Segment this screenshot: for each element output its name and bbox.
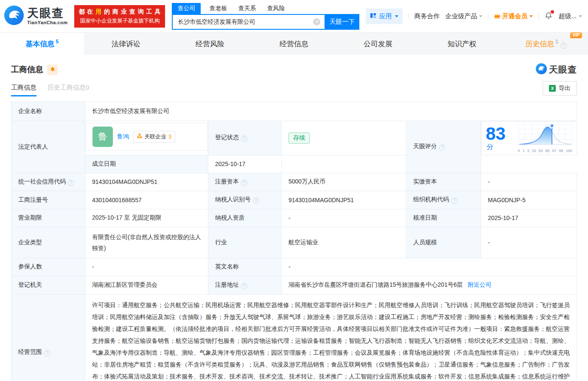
tab-company-development[interactable]: 公司发展: [336, 33, 420, 55]
field-label: 统一社会信用代码?: [11, 173, 85, 191]
promo-line2: 国家中小企业发展子基金旗下机构: [78, 17, 161, 25]
table-row: 统一社会信用代码? 91430104MAG0DNJP51 注册资本? 5000万…: [11, 173, 577, 191]
subtab-business-registration[interactable]: 工商信息: [11, 84, 36, 96]
status-badge: 存续: [288, 133, 310, 144]
tab-business-info[interactable]: 经营信息: [252, 33, 336, 55]
field-label: 注册地址?: [208, 276, 282, 294]
nav-apps[interactable]: 应用: [366, 8, 403, 24]
section-title: 工商信息: [11, 64, 43, 75]
help-icon[interactable]: ?: [253, 198, 259, 204]
reg-address-cell: 湖南省长沙市岳麓区坪塘街道石门塘路15号旅游服务中心201号6层 附近公司: [282, 276, 577, 294]
chevron-down-icon: [529, 15, 533, 17]
help-icon[interactable]: ?: [241, 180, 247, 186]
field-label: 实缴资本: [406, 173, 481, 191]
search-tab-company[interactable]: 查公司: [172, 3, 201, 14]
company-tabbar: 基本信息5 法律诉讼 经营风险 经营信息 公司发展 知识产权 历史信息1? VI…: [0, 32, 588, 55]
nearby-companies-link[interactable]: 附近公司: [468, 281, 492, 288]
field-label: 登记状态?: [208, 121, 282, 155]
help-icon[interactable]: ?: [68, 180, 74, 186]
tab-count: 1: [555, 39, 558, 45]
nav-super-vip[interactable]: 超级...: [558, 12, 582, 20]
help-icon[interactable]: ?: [44, 350, 50, 356]
score-cell: 83分: [481, 121, 577, 155]
reg-capital-value: 5000万人民币: [282, 173, 406, 191]
notification-dot: [551, 10, 554, 14]
score-value: 83分: [486, 125, 512, 152]
export-button[interactable]: X 导出: [543, 81, 577, 96]
field-label: 纳税人识别号?: [208, 191, 282, 209]
table-row: 参保人数 - 英文名称 -: [11, 258, 577, 276]
tab-history-info[interactable]: 历史信息1? VIP: [504, 33, 588, 55]
subtab-history-registration[interactable]: 历史工商信息0: [48, 84, 89, 96]
tab-legal-lawsuits[interactable]: 法律诉讼: [84, 33, 168, 55]
field-label: 参保人数: [11, 258, 85, 276]
watermark-text: 天眼查: [549, 64, 577, 76]
table-row: 法定代表人 鲁 鲁鸿 关联企业 3 登记状态? 存续 天眼评分?: [11, 121, 577, 155]
tab-intellectual-property[interactable]: 知识产权: [420, 33, 504, 55]
help-icon[interactable]: ?: [451, 198, 457, 204]
excel-icon: X: [549, 85, 556, 92]
legal-rep-link[interactable]: 鲁鸿: [117, 133, 129, 141]
reg-authority-value: 湖南湘江新区管理委员会: [85, 276, 208, 294]
approval-date-value: 2025-10-17: [481, 209, 577, 227]
tab-basic-info[interactable]: 基本信息5: [0, 33, 84, 55]
promo-banner: 都 在 用 的 商 业 查 询 工 具 国家中小企业发展子基金旗下机构: [74, 5, 165, 28]
staff-size-value: -: [481, 227, 577, 258]
taxpayer-id-value: 91430104MAG0DNJP51: [282, 191, 406, 209]
search-button[interactable]: 天眼一下: [325, 14, 359, 30]
logo-title: 天眼查: [27, 8, 67, 19]
top-header: 天眼查 TianYanCha.com 都 在 用 的 商 业 查 询 工 具 国…: [0, 0, 588, 32]
promo-line1: 都 在 用 的 商 业 查 询 工 具: [78, 8, 161, 16]
field-label: 法定代表人: [11, 121, 85, 173]
search-input[interactable]: [172, 14, 325, 30]
field-label: 天眼评分?: [406, 121, 481, 173]
help-icon[interactable]: ?: [439, 144, 445, 151]
company-name-value: 长沙市低空经济发展有限公司: [85, 102, 577, 121]
related-companies-badge[interactable]: 关联企业 3: [133, 131, 175, 143]
tab-count: 5: [56, 39, 59, 45]
search-area: 查公司 查老板 查关系 查风险 × 天眼一下: [172, 3, 359, 30]
business-scope-value: 许可项目：通用航空服务；公共航空运输；民用机场运营；民用航空器维修；民用航空器零…: [85, 294, 577, 381]
establish-date-value: 2025-10-17: [208, 155, 282, 173]
tianyancha-wave-icon: [536, 63, 547, 76]
tianyancha-logo[interactable]: 天眼查 TianYanCha.com: [4, 6, 67, 27]
watermark-logo: 天眼查: [536, 63, 577, 76]
search-tab-relation[interactable]: 查关系: [238, 3, 256, 14]
industry-value: 航空运输业: [282, 227, 406, 258]
credit-code-value: 91430104MAG0DNJP51: [85, 173, 208, 191]
help-icon[interactable]: ?: [241, 283, 247, 289]
nav-cooperation[interactable]: 商务合作: [414, 12, 440, 20]
nav-enterprise[interactable]: 企业级产品: [445, 12, 482, 20]
chevron-down-icon: [579, 15, 582, 17]
table-row: 成立日期 2025-10-17: [11, 155, 577, 173]
registration-info-table: 企业名称 长沙市低空经济发展有限公司 法定代表人 鲁 鲁鸿 关联企业 3 登记状…: [11, 102, 577, 381]
divider: [488, 13, 488, 20]
field-label: 企业名称: [11, 102, 85, 121]
tab-operating-risk[interactable]: 经营风险: [168, 33, 252, 55]
search-tab-boss[interactable]: 查老板: [209, 3, 227, 14]
divider: [538, 13, 539, 20]
avatar[interactable]: 鲁: [92, 127, 113, 147]
field-label: 英文名称: [208, 258, 282, 276]
field-label: 纳税人资质: [208, 209, 282, 227]
field-label: 注册资本?: [208, 173, 282, 191]
score-axis-labels: 0131550859799100: [518, 149, 572, 153]
insured-count-value: -: [85, 258, 208, 276]
subscribe-bell-icon[interactable]: [47, 65, 58, 75]
field-label: 人员规模: [406, 227, 481, 258]
subtab-row: 工商信息 历史工商信息0 X 导出: [0, 81, 588, 96]
reg-number-value: 430104001688557: [85, 191, 208, 209]
help-icon[interactable]: ?: [560, 42, 567, 49]
header-nav: 应用 商务合作 企业级产品 开通会员: [366, 8, 582, 24]
field-label: 核准日期: [406, 209, 481, 227]
taxpayer-quality-value: -: [282, 209, 406, 227]
field-label: 营业期限: [11, 209, 85, 227]
nav-open-vip[interactable]: 开通会员: [494, 12, 533, 20]
score-distribution-chart: 0131550859799100: [518, 123, 572, 153]
notifications-bell-icon[interactable]: [544, 11, 553, 21]
search-tab-risk[interactable]: 查风险: [267, 3, 285, 14]
chevron-down-icon: [479, 15, 482, 17]
field-label: 成立日期: [85, 155, 208, 173]
org-code-value: MAG0DNJP-5: [481, 191, 577, 209]
help-icon[interactable]: ?: [241, 135, 247, 142]
